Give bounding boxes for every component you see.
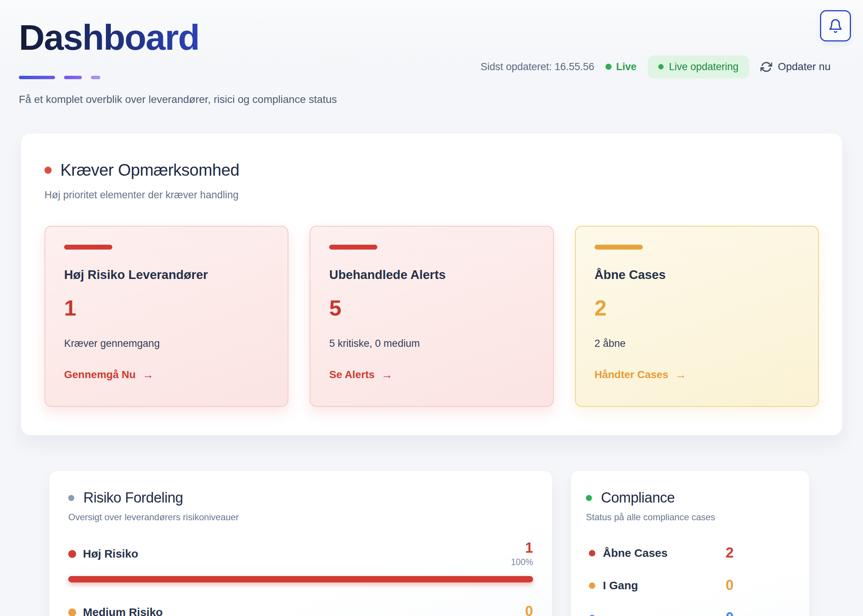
risk-row-hoj-risiko: Høj Risiko 1 100% [68,540,533,583]
card-title: Høj Risiko Leverandører [64,268,269,282]
bottom-section: Risiko Fordeling Oversigt over leverandø… [49,470,810,616]
risk-panel-subtitle: Oversigt over leverandørers risikoniveau… [68,512,533,523]
compliance-dot-icon [589,550,595,556]
risk-panel-dot-icon [68,495,74,501]
card-caption: 5 kritiske, 0 medium [329,338,534,349]
refresh-button[interactable]: Opdater nu [761,61,831,73]
last-updated-text: Sidst opdateret: 16.55.56 [480,61,594,73]
live-status: Live [605,61,637,73]
risk-progress-bar [68,576,533,583]
compliance-dot-icon [589,615,595,616]
title-underline-bar-2 [64,76,82,79]
badge-label: Live opdatering [669,61,739,73]
card-value: 5 [329,297,534,319]
compliance-panel: Compliance Status på alle compliance cas… [571,470,810,616]
card-accent-bar [594,245,643,250]
title-underline [19,76,100,79]
risk-value: 1 [511,540,533,556]
risk-rows: Høj Risiko 1 100% Medium Risiko [68,540,533,616]
live-updating-badge[interactable]: Live opdatering [648,55,749,79]
compliance-row-3: 0 [586,605,794,616]
attention-subtitle: Høj prioritet elementer der kræver handl… [44,189,819,201]
refresh-icon [761,61,772,73]
card-accent-bar [329,245,377,250]
compliance-row-abne-cases: Åbne Cases 2 [586,540,794,566]
compliance-value: 0 [726,610,734,616]
link-label: Håndter Cases [594,369,668,381]
attention-title: Kræver Opmærksomhed [60,160,239,179]
risk-row-medium-risiko: Medium Risiko 0 [68,598,533,616]
compliance-rows: Åbne Cases 2 I Gang 0 0 [586,540,794,616]
risk-value: 0 [525,603,533,616]
live-label: Live [616,61,637,73]
badge-dot-icon [658,64,663,69]
open-cases-card: Åbne Cases 2 2 åbne Håndter Cases → [575,226,819,407]
risk-panel-header: Risiko Fordeling [68,490,533,506]
live-dot-icon [605,64,611,70]
risk-label: Medium Risiko [83,606,163,616]
card-title: Ubehandlede Alerts [329,268,534,282]
handle-cases-link[interactable]: Håndter Cases → [594,368,687,381]
arrow-right-icon: → [143,368,154,381]
attention-section: Kræver Opmærksomhed Høj prioritet elemen… [21,133,843,435]
card-value: 2 [594,297,799,319]
notifications-button[interactable] [820,10,851,41]
status-bar: Sidst opdateret: 16.55.56 Live Live opda… [480,55,831,79]
bell-icon [828,19,843,33]
card-caption: Kræver gennemgang [64,338,269,349]
high-risk-suppliers-card: Høj Risiko Leverandører 1 Kræver gennemg… [44,226,288,407]
review-now-link[interactable]: Gennemgå Nu → [64,368,154,381]
compliance-label: Åbne Cases [603,547,668,559]
arrow-right-icon: → [382,368,393,381]
compliance-dot-icon [589,583,595,589]
link-label: Gennemgå Nu [64,369,136,381]
card-accent-bar [64,245,112,250]
title-underline-bar-3 [91,76,100,79]
compliance-panel-header: Compliance [586,490,794,506]
compliance-value: 2 [726,545,734,561]
compliance-label: I Gang [603,579,638,592]
page-subtitle: Få et komplet overblik over leverandører… [19,93,337,105]
card-value: 1 [64,297,269,319]
compliance-value: 0 [726,578,734,593]
link-label: Se Alerts [329,369,374,381]
see-alerts-link[interactable]: Se Alerts → [329,368,393,381]
risk-percent: 100% [511,557,533,567]
risk-dot-icon [68,608,76,616]
attention-cards: Høj Risiko Leverandører 1 Kræver gennemg… [44,226,819,407]
unhandled-alerts-card: Ubehandlede Alerts 5 5 kritiske, 0 mediu… [310,226,553,407]
risk-panel-title: Risiko Fordeling [83,490,183,506]
attention-dot-icon [44,167,52,174]
attention-header: Kræver Opmærksomhed [44,160,819,179]
risk-dot-icon [68,550,76,558]
arrow-right-icon: → [675,368,687,381]
compliance-panel-dot-icon [586,495,592,501]
compliance-row-i-gang: I Gang 0 [586,572,794,599]
risk-progress-fill [68,576,533,583]
card-title: Åbne Cases [594,268,799,282]
compliance-panel-title: Compliance [601,490,675,506]
compliance-panel-subtitle: Status på alle compliance cases [586,512,794,523]
page-title: Dashboard [19,19,199,57]
refresh-label: Opdater nu [778,61,831,73]
risk-label: Høj Risiko [83,547,138,560]
card-caption: 2 åbne [594,338,799,349]
title-underline-bar-1 [19,76,55,79]
risk-distribution-panel: Risiko Fordeling Oversigt over leverandø… [49,470,552,616]
